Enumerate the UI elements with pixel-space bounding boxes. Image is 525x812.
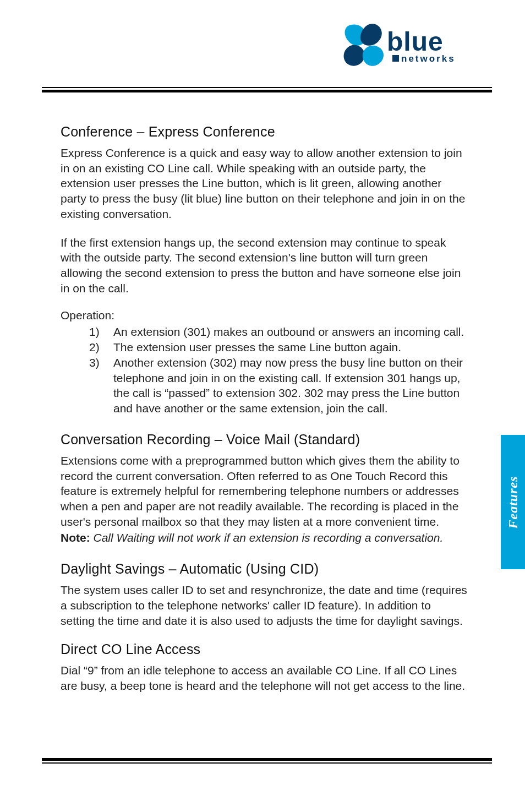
bottom-rule [42, 758, 492, 764]
side-tab-label: Features [506, 476, 521, 528]
side-tab-features: Features [501, 435, 525, 569]
step-number: 1) [89, 324, 113, 340]
page: blue networks Conference – Express Confe… [0, 0, 525, 812]
paragraph: Extensions come with a preprogrammed but… [61, 453, 468, 530]
paragraph: Express Conference is a quick and easy w… [61, 145, 468, 222]
logo-brand-text: blue [387, 27, 444, 56]
header: blue networks [0, 0, 525, 88]
brand-logo: blue networks [342, 23, 482, 67]
list-item: 3)Another extension (302) may now press … [89, 355, 468, 416]
paragraph: Dial “9” from an idle telephone to acces… [61, 663, 468, 693]
step-number: 2) [89, 340, 113, 355]
section-title-direct-co-line: Direct CO Line Access [61, 641, 468, 657]
paragraph: If the first extension hangs up, the sec… [61, 235, 468, 296]
note-label: Note: [61, 531, 90, 544]
top-rule [42, 87, 492, 92]
svg-rect-0 [392, 55, 399, 62]
section-title-daylight-savings: Daylight Savings – Automatic (Using CID) [61, 561, 468, 577]
step-text: Another extension (302) may now press th… [113, 355, 468, 416]
content: Conference – Express Conference Express … [61, 124, 468, 707]
note-body: Call Waiting will not work if an extensi… [90, 531, 444, 544]
note: Note: Call Waiting will not work if an e… [61, 530, 468, 546]
paragraph: The system uses caller ID to set and res… [61, 582, 468, 628]
operation-label: Operation: [61, 309, 468, 322]
step-number: 3) [89, 355, 113, 416]
logo-x-icon [344, 24, 384, 66]
step-text: An extension (301) makes an outbound or … [113, 324, 468, 340]
section-title-conversation-recording: Conversation Recording – Voice Mail (Sta… [61, 432, 468, 448]
list-item: 1)An extension (301) makes an outbound o… [89, 324, 468, 340]
list-item: 2)The extension user presses the same Li… [89, 340, 468, 355]
section-title-express-conference: Conference – Express Conference [61, 124, 468, 140]
step-text: The extension user presses the same Line… [113, 340, 468, 355]
operation-steps: 1)An extension (301) makes an outbound o… [89, 324, 468, 416]
logo-sub-text: networks [401, 53, 456, 64]
